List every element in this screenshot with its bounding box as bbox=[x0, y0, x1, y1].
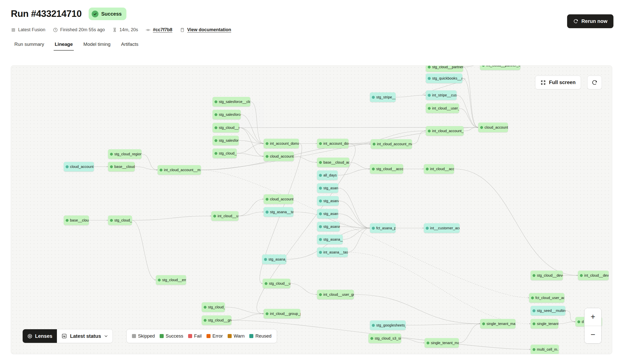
graph-node-label: stg_cloud__accounts… bbox=[376, 167, 403, 171]
graph-node[interactable]: fct_cloud_user_acc… bbox=[529, 293, 564, 303]
graph-node-label: single_tenant_mapp… bbox=[487, 322, 515, 326]
refresh-icon bbox=[573, 19, 578, 24]
graph-node[interactable]: stg_cloud_… bbox=[202, 302, 225, 312]
graph-refresh-button[interactable] bbox=[587, 76, 602, 89]
graph-node[interactable]: int__customer_account… bbox=[424, 223, 460, 233]
graph-node[interactable]: stg_asana… bbox=[317, 183, 338, 193]
graph-node[interactable]: stg_cloud_region… bbox=[108, 149, 142, 159]
graph-node[interactable]: stg_quickbooks__a… bbox=[426, 74, 462, 83]
graph-node[interactable]: cloud_account… bbox=[64, 162, 94, 171]
commit-link[interactable]: #cc7f7b8 bbox=[153, 27, 172, 32]
graph-node[interactable]: int_cloud__accoun… bbox=[424, 164, 454, 174]
commit-meta[interactable]: #cc7f7b8 bbox=[146, 27, 172, 32]
reused-status-icon bbox=[319, 225, 322, 228]
success-status-icon bbox=[266, 142, 268, 145]
reused-status-icon bbox=[319, 251, 322, 254]
graph-node[interactable]: stg_cloud_s3_singl… bbox=[368, 334, 401, 343]
graph-node[interactable]: int_cloud__group_per… bbox=[264, 309, 300, 318]
view-documentation-link[interactable]: View documentation bbox=[187, 27, 231, 32]
graph-node[interactable]: base__clou… bbox=[64, 215, 89, 225]
graph-node[interactable]: all_days bbox=[317, 170, 338, 180]
fail-swatch bbox=[188, 334, 192, 338]
graph-node[interactable]: stg_cloud__… bbox=[213, 149, 237, 158]
legend-warn: Warn bbox=[228, 333, 245, 339]
tab-model-timing[interactable]: Model timing bbox=[83, 42, 111, 51]
graph-node[interactable]: stg_cloud__email… bbox=[156, 275, 186, 285]
graph-node[interactable]: stg_cloud__us… bbox=[263, 279, 290, 288]
graph-node[interactable]: stg_salesforce… bbox=[213, 136, 239, 145]
graph-node-label: int_cloud__accoun… bbox=[430, 167, 454, 171]
graph-node[interactable]: base__cloud_… bbox=[108, 162, 135, 171]
tab-lineage[interactable]: Lineage bbox=[55, 42, 73, 51]
graph-node[interactable]: stg_asana__pr… bbox=[317, 235, 343, 244]
lenses-button[interactable]: Lenses bbox=[23, 329, 57, 343]
graph-node[interactable]: int_stripe__custo… bbox=[426, 90, 457, 100]
zoom-in-button[interactable]: + bbox=[584, 308, 601, 326]
success-status-icon bbox=[110, 219, 113, 222]
graph-node[interactable]: fct_asana_proj… bbox=[370, 223, 396, 233]
graph-node[interactable]: stg_asana_… bbox=[317, 196, 339, 206]
graph-node[interactable]: stg_cloud__group… bbox=[202, 315, 231, 325]
graph-node[interactable]: int_cloud__partner_con… bbox=[480, 65, 520, 70]
tab-run-summary[interactable]: Run summary bbox=[14, 42, 44, 51]
graph-node[interactable]: stg_asana__… bbox=[262, 254, 286, 264]
tab-artifacts[interactable]: Artifacts bbox=[121, 42, 139, 51]
graph-node[interactable]: int_account_dom… bbox=[317, 139, 349, 148]
graph-node[interactable]: stg_salesforce_… bbox=[213, 110, 241, 119]
graph-node[interactable]: stg_asana… bbox=[317, 209, 338, 219]
graph-node[interactable]: stg_seed__multireg… bbox=[531, 306, 565, 315]
zoom-out-button[interactable]: − bbox=[584, 326, 601, 344]
graph-node[interactable]: cloud_account… bbox=[478, 123, 508, 132]
graph-node[interactable]: stg_cloud__accounts… bbox=[370, 164, 403, 174]
graph-node-label: int_account_domain… bbox=[270, 141, 299, 145]
graph-node[interactable]: stg_cloud_… bbox=[108, 215, 132, 225]
success-status-icon bbox=[319, 142, 322, 145]
rerun-now-label: Rerun now bbox=[581, 18, 607, 24]
graph-node-label: fct_asana_proj… bbox=[376, 226, 396, 230]
graph-node[interactable]: base__cloud_acco… bbox=[317, 158, 349, 167]
lineage-edge bbox=[225, 307, 264, 314]
graph-node-label: stg_quickbooks__a… bbox=[432, 76, 462, 80]
graph-node[interactable]: int_account_domain… bbox=[264, 139, 299, 148]
reused-status-icon bbox=[319, 238, 322, 241]
graph-node[interactable]: single_tenant_map… bbox=[425, 338, 459, 348]
graph-node[interactable]: int_cloud__user_group… bbox=[317, 290, 354, 299]
lineage-edge bbox=[454, 169, 578, 275]
lineage-edge bbox=[239, 128, 264, 156]
success-status-icon bbox=[480, 126, 483, 129]
graph-node[interactable]: stg_salesforce__cloud_… bbox=[213, 97, 250, 106]
graph-node[interactable]: int_cloud__us… bbox=[211, 211, 238, 221]
full-screen-button[interactable]: Full screen bbox=[535, 76, 581, 89]
graph-node[interactable]: stg_asana__tas… bbox=[264, 207, 293, 217]
graph-node[interactable]: int_cloud__user_ac… bbox=[426, 103, 459, 113]
graph-node[interactable]: cloud_account… bbox=[264, 194, 293, 204]
rerun-now-button[interactable]: Rerun now bbox=[567, 14, 613, 28]
graph-node[interactable]: stg_cloud__devel… bbox=[531, 271, 563, 280]
graph-node[interactable]: single_tenant_… bbox=[531, 319, 558, 329]
expand-icon bbox=[540, 80, 546, 85]
reused-status-icon bbox=[66, 165, 68, 168]
graph-node[interactable]: stg_asana__… bbox=[317, 222, 340, 231]
graph-node[interactable]: cloud_accounts_… bbox=[264, 152, 294, 161]
docs-meta[interactable]: View documentation bbox=[180, 27, 231, 32]
graph-node-label: int_account_dom… bbox=[323, 141, 349, 145]
document-icon bbox=[180, 27, 185, 32]
graph-node[interactable]: stg_cloud__us… bbox=[213, 123, 239, 132]
lens-select[interactable]: Latest status bbox=[57, 329, 113, 343]
graph-node[interactable]: multi_cell_m… bbox=[531, 345, 559, 354]
graph-node[interactable]: stg_cloud__partner_c… bbox=[426, 65, 463, 72]
graph-node[interactable]: stg_stripe__c… bbox=[370, 92, 396, 102]
graph-node[interactable]: int_cloud_account__m… bbox=[158, 165, 201, 175]
graph-node[interactable]: stg_googlesheets__sin… bbox=[370, 320, 406, 330]
graph-node[interactable]: int_cloud_account_ma… bbox=[371, 139, 412, 149]
graph-node-label: single_tenant_… bbox=[537, 322, 558, 326]
lineage-graph-panel[interactable]: Full screen + − Lenses Latest status Ski… bbox=[11, 65, 612, 354]
status-badge: Success bbox=[89, 8, 126, 20]
graph-node[interactable]: int_asana__task_s… bbox=[317, 247, 348, 257]
graph-node-label: int_cloud__user_group… bbox=[323, 293, 354, 297]
graph-node[interactable]: int_cloud__devel… bbox=[578, 271, 609, 280]
graph-node[interactable]: single_tenant_mapp… bbox=[480, 319, 515, 329]
graph-node[interactable]: int_cloud_account_ma… bbox=[426, 126, 464, 136]
lineage-edge bbox=[565, 311, 575, 322]
lineage-edge bbox=[338, 169, 370, 175]
